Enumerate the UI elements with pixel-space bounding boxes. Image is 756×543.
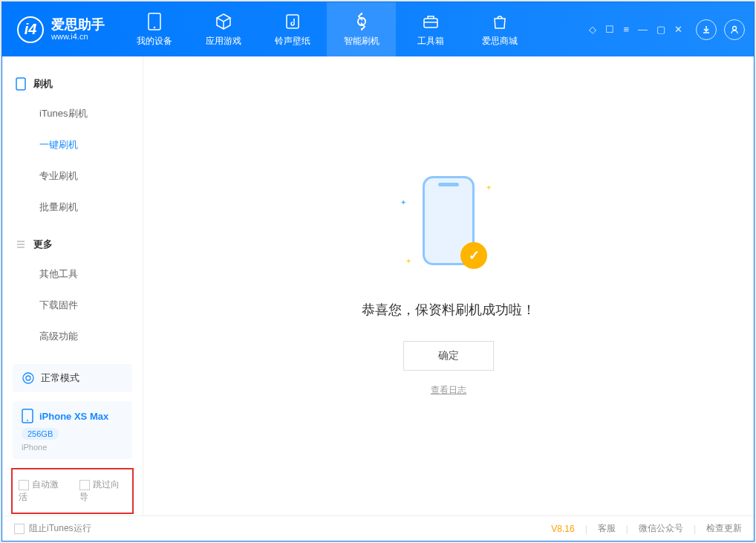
- device-mode-card[interactable]: 正常模式: [13, 364, 132, 392]
- check-update-link[interactable]: 检查更新: [706, 522, 742, 535]
- refresh-icon: [352, 12, 371, 31]
- sidebar: 刷机 iTunes刷机 一键刷机 专业刷机 批量刷机 更多 其他工具 下载固件 …: [2, 56, 143, 516]
- version-label: V8.16: [551, 524, 574, 534]
- user-button[interactable]: [724, 19, 745, 40]
- svg-point-8: [27, 420, 28, 421]
- svg-point-1: [153, 26, 154, 27]
- toolbox-icon: [421, 12, 440, 31]
- support-link[interactable]: 客服: [598, 522, 616, 535]
- close-button[interactable]: ✕: [674, 24, 682, 35]
- checkmark-badge-icon: ✓: [460, 242, 487, 269]
- svg-rect-2: [287, 15, 299, 28]
- wechat-link[interactable]: 微信公众号: [639, 522, 683, 535]
- sidebar-item-download-firmware[interactable]: 下载固件: [2, 290, 143, 321]
- logo-icon: i4: [17, 16, 44, 43]
- view-log-link[interactable]: 查看日志: [431, 384, 466, 397]
- nav-label: 智能刷机: [344, 35, 379, 48]
- success-illustration: ✦ ✦ ✦ ✓: [397, 176, 501, 280]
- nav-flash[interactable]: 智能刷机: [327, 2, 396, 56]
- nav-toolbox[interactable]: 工具箱: [396, 2, 465, 56]
- list-icon: [16, 239, 26, 250]
- nav-my-device[interactable]: 我的设备: [120, 2, 189, 56]
- nav-label: 我的设备: [137, 35, 172, 48]
- skip-guide-checkbox[interactable]: 跳过向导: [79, 478, 127, 504]
- music-icon: [283, 12, 302, 31]
- bag-icon: [490, 12, 509, 31]
- download-button[interactable]: [696, 19, 717, 40]
- menu-icon[interactable]: ≡: [623, 24, 629, 35]
- nav-store[interactable]: 爱思商城: [465, 2, 534, 56]
- device-name: iPhone XS Max: [39, 411, 108, 422]
- sidebar-group-flash: 刷机: [2, 70, 143, 98]
- sidebar-item-other-tools[interactable]: 其他工具: [2, 259, 143, 290]
- svg-rect-3: [424, 19, 437, 27]
- device-type: iPhone: [22, 443, 123, 452]
- auto-activate-checkbox[interactable]: 自动激活: [19, 478, 66, 504]
- svg-point-6: [23, 373, 33, 383]
- body: 刷机 iTunes刷机 一键刷机 专业刷机 批量刷机 更多 其他工具 下载固件 …: [2, 56, 754, 516]
- nav-label: 应用游戏: [206, 35, 241, 48]
- success-message: 恭喜您，保资料刷机成功啦！: [362, 301, 535, 319]
- status-bar: 阻止iTunes运行 V8.16 | 客服 | 微信公众号 | 检查更新: [2, 516, 754, 541]
- sidebar-item-itunes-flash[interactable]: iTunes刷机: [2, 98, 143, 129]
- shirt-icon[interactable]: ◇: [589, 24, 596, 35]
- sparkle-icon: ✦: [400, 198, 406, 207]
- block-itunes-checkbox[interactable]: 阻止iTunes运行: [14, 522, 91, 535]
- block-itunes-label: 阻止iTunes运行: [29, 523, 91, 533]
- lock-icon[interactable]: ☐: [605, 24, 614, 35]
- nav-label: 爱思商城: [482, 35, 518, 48]
- device-storage: 256GB: [22, 428, 59, 440]
- app-window: i4 爱思助手 www.i4.cn 我的设备 应用游戏 铃声壁纸 智能刷机: [1, 1, 755, 542]
- options-row: 自动激活 跳过向导: [11, 468, 134, 514]
- sidebar-group-label: 更多: [33, 238, 53, 251]
- nav-label: 工具箱: [417, 35, 444, 48]
- header: i4 爱思助手 www.i4.cn 我的设备 应用游戏 铃声壁纸 智能刷机: [2, 2, 754, 56]
- svg-point-4: [733, 26, 737, 30]
- refresh-circle-icon: [22, 371, 35, 385]
- app-logo: i4 爱思助手 www.i4.cn: [2, 16, 120, 43]
- top-nav: 我的设备 应用游戏 铃声壁纸 智能刷机 工具箱 爱思商城: [120, 2, 534, 56]
- device-card[interactable]: iPhone XS Max 256GB iPhone: [13, 401, 132, 459]
- sidebar-item-pro-flash[interactable]: 专业刷机: [2, 160, 143, 192]
- sidebar-item-advanced[interactable]: 高级功能: [2, 321, 143, 352]
- sidebar-group-label: 刷机: [33, 77, 53, 91]
- nav-apps[interactable]: 应用游戏: [189, 2, 258, 56]
- cube-icon: [214, 12, 233, 31]
- user-icon: [729, 25, 740, 35]
- phone-outline-icon: [16, 77, 26, 91]
- sidebar-item-onekey-flash[interactable]: 一键刷机: [2, 129, 143, 160]
- app-title: 爱思助手: [51, 18, 105, 33]
- sidebar-group-more: 更多: [2, 230, 143, 259]
- app-url: www.i4.cn: [51, 32, 105, 41]
- minimize-button[interactable]: —: [638, 24, 648, 35]
- device-icon: [22, 409, 33, 423]
- nav-label: 铃声壁纸: [275, 35, 310, 48]
- sidebar-item-batch-flash[interactable]: 批量刷机: [2, 192, 143, 223]
- header-right: ◇ ☐ ≡ — ▢ ✕: [589, 19, 754, 40]
- sparkle-icon: ✦: [486, 183, 492, 192]
- sparkle-icon: ✦: [405, 257, 411, 265]
- nav-ringtones[interactable]: 铃声壁纸: [258, 2, 327, 56]
- maximize-button[interactable]: ▢: [656, 24, 665, 35]
- download-icon: [701, 25, 711, 35]
- ok-button[interactable]: 确定: [403, 341, 494, 371]
- device-mode-label: 正常模式: [41, 371, 79, 385]
- svg-rect-5: [16, 78, 25, 90]
- phone-icon: [145, 12, 164, 31]
- main-content: ✦ ✦ ✦ ✓ 恭喜您，保资料刷机成功啦！ 确定 查看日志: [143, 56, 754, 516]
